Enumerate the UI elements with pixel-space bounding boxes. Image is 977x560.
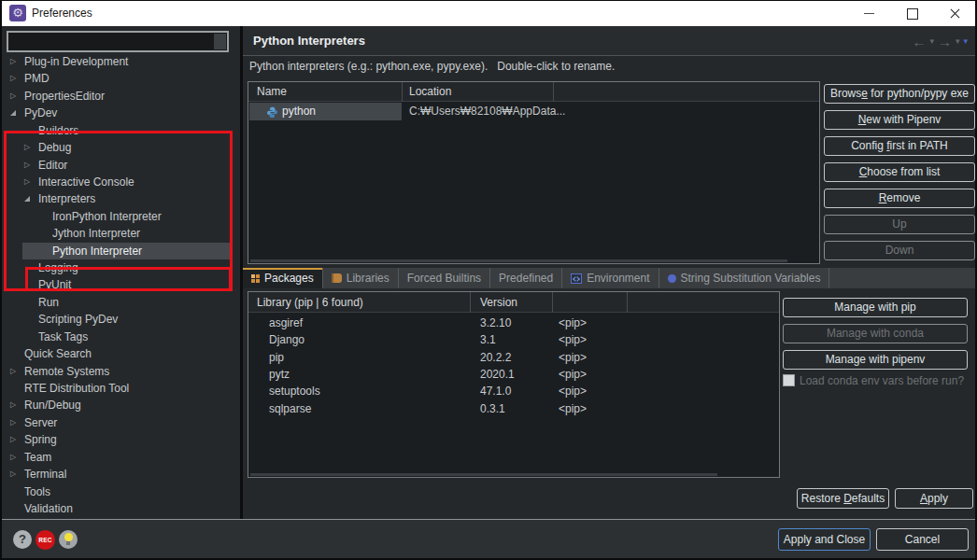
- tree-item-label: Task Tags: [38, 329, 88, 345]
- package-version: 47.1.0: [480, 383, 511, 399]
- package-row-pip[interactable]: pip20.2.2<pip>: [248, 349, 779, 366]
- column-divider[interactable]: [402, 82, 403, 102]
- expand-arrow-icon[interactable]: ▷: [7, 70, 19, 87]
- tab-predefined[interactable]: Predefined: [490, 268, 562, 288]
- expand-arrow-icon[interactable]: ▷: [7, 397, 19, 413]
- config-first-in-path-button[interactable]: Config first in PATH: [824, 136, 975, 156]
- button-label: Up: [892, 217, 906, 231]
- tree-item-server[interactable]: ▷Server: [2, 414, 240, 431]
- manage-with-pip-button[interactable]: Manage with pip: [783, 298, 968, 317]
- tree-item-interactive-console[interactable]: ▷Interactive Console: [2, 174, 240, 190]
- tree-item-builders[interactable]: Builders: [2, 122, 240, 139]
- tree-item-jython-interpreter[interactable]: Jython Interpreter: [2, 225, 240, 242]
- minimize-button[interactable]: [848, 1, 891, 26]
- tree-item-plug-in-development[interactable]: ▷Plug-in Development: [2, 53, 240, 70]
- tree-item-pmd[interactable]: ▷PMD: [2, 70, 240, 87]
- tree-item-debug[interactable]: ▷Debug: [2, 139, 240, 156]
- down-button[interactable]: Down: [824, 241, 975, 260]
- expand-arrow-icon[interactable]: ▷: [7, 363, 19, 380]
- apply-button[interactable]: Apply: [895, 488, 973, 509]
- manage-with-conda-button[interactable]: Manage with conda: [783, 324, 968, 343]
- column-header-version[interactable]: Version: [480, 292, 517, 313]
- package-row-setuptools[interactable]: setuptools47.1.0<pip>: [248, 383, 779, 399]
- button-mnemonic: N: [858, 113, 867, 126]
- tree-item-task-tags[interactable]: Task Tags: [2, 329, 240, 345]
- tab-libraries[interactable]: Libraries: [323, 268, 399, 288]
- tree-item-logging[interactable]: Logging: [2, 259, 240, 276]
- back-dropdown-icon[interactable]: ▾: [929, 36, 934, 46]
- package-version: 20.2.2: [480, 349, 511, 366]
- tree-item-scripting-pydev[interactable]: Scripting PyDev: [2, 311, 240, 328]
- expand-arrow-icon[interactable]: ▷: [7, 449, 19, 466]
- packages-table[interactable]: Library (pip | 6 found) Version asgiref3…: [248, 291, 780, 478]
- tab-string-substitution-variables[interactable]: String Substitution Variables: [659, 268, 830, 288]
- close-button[interactable]: [934, 1, 977, 26]
- tree-item-spring[interactable]: ▷Spring: [2, 431, 240, 448]
- browse-for-python-pypy-exe-button[interactable]: Browse for python/pypy exe: [824, 84, 975, 104]
- column-divider[interactable]: [552, 292, 553, 313]
- column-divider[interactable]: [553, 82, 554, 102]
- expand-arrow-icon[interactable]: ▷: [7, 431, 19, 448]
- rec-icon[interactable]: REC: [35, 530, 55, 550]
- package-row-django[interactable]: Django3.1<pip>: [248, 331, 779, 348]
- maximize-button[interactable]: [891, 1, 934, 26]
- tab-environment[interactable]: Environment: [562, 268, 658, 288]
- interpreter-row-python[interactable]: pythonC:₩Users₩82108₩AppData...: [248, 103, 819, 120]
- button-mnemonic: A: [920, 492, 927, 505]
- column-header-library[interactable]: Library (pip | 6 found): [257, 292, 363, 313]
- column-divider[interactable]: [470, 292, 471, 313]
- choose-from-list-button[interactable]: Choose from list: [824, 162, 975, 182]
- manage-with-pipenv-button[interactable]: Manage with pipenv: [783, 350, 968, 370]
- expand-arrow-icon[interactable]: ▷: [21, 174, 33, 190]
- expand-arrow-icon[interactable]: ▷: [21, 157, 33, 174]
- package-row-sqlparse[interactable]: sqlparse0.3.1<pip>: [248, 400, 779, 417]
- tree-item-pyunit[interactable]: PyUnit: [2, 276, 240, 293]
- expand-arrow-icon[interactable]: ▷: [7, 414, 19, 431]
- up-button[interactable]: Up: [824, 215, 975, 234]
- package-row-asgiref[interactable]: asgiref3.2.10<pip>: [248, 315, 779, 331]
- view-menu-icon[interactable]: ▾: [963, 36, 968, 46]
- restore-defaults-button[interactable]: Restore Defaults: [797, 488, 889, 509]
- tree-item-remote-systems[interactable]: ▷Remote Systems: [2, 363, 240, 380]
- column-header-location[interactable]: Location: [409, 82, 451, 102]
- tab-forced-builtins[interactable]: Forced Builtins: [399, 268, 490, 288]
- tree-item-python-interpreter[interactable]: Python Interpreter: [2, 243, 240, 259]
- tree-item-interpreters[interactable]: Interpreters: [2, 190, 240, 207]
- forward-dropdown-icon[interactable]: ▾: [956, 36, 960, 46]
- expand-arrow-icon[interactable]: ▷: [7, 466, 19, 483]
- conda-env-checkbox[interactable]: [783, 374, 795, 386]
- tree-item-propertieseditor[interactable]: ▷PropertiesEditor: [2, 88, 240, 105]
- tab-packages[interactable]: Packages: [243, 268, 323, 288]
- apply-and-close-button[interactable]: Apply and Close: [778, 528, 871, 551]
- horizontal-scrollbar[interactable]: [250, 473, 717, 476]
- expand-arrow-icon[interactable]: ▷: [21, 139, 33, 156]
- cancel-button[interactable]: Cancel: [876, 528, 969, 551]
- lightbulb-icon[interactable]: [59, 530, 78, 549]
- tree-item-quick-search[interactable]: Quick Search: [2, 345, 240, 362]
- forward-arrow-icon[interactable]: →: [938, 34, 952, 49]
- tree-item-tools[interactable]: Tools: [2, 483, 240, 500]
- tree-item-rte-distribution-tool[interactable]: RTE Distribution Tool: [2, 380, 240, 397]
- filter-input[interactable]: [7, 31, 229, 52]
- tree-item-team[interactable]: ▷Team: [2, 449, 240, 466]
- back-arrow-icon[interactable]: ←: [912, 34, 926, 49]
- interpreters-table[interactable]: Name Location pythonC:₩Users₩82108₩AppDa…: [248, 81, 820, 264]
- new-with-pipenv-button[interactable]: New with Pipenv: [824, 110, 975, 130]
- remove-button[interactable]: Remove: [824, 189, 975, 208]
- tree-item-run[interactable]: Run: [2, 294, 240, 311]
- tree-item-validation[interactable]: Validation: [2, 500, 240, 517]
- help-icon[interactable]: ?: [13, 530, 32, 549]
- collapse-arrow-icon[interactable]: [10, 110, 16, 116]
- column-divider[interactable]: [627, 292, 628, 313]
- tree-item-run-debug[interactable]: ▷Run/Debug: [2, 397, 240, 413]
- expand-arrow-icon[interactable]: ▷: [7, 88, 19, 105]
- tree-item-ironpython-interpreter[interactable]: IronPython Interpreter: [2, 208, 240, 225]
- horizontal-scrollbar[interactable]: [250, 259, 787, 262]
- package-row-pytz[interactable]: pytz2020.1<pip>: [248, 366, 779, 383]
- column-header-name[interactable]: Name: [257, 82, 287, 102]
- tree-item-pydev[interactable]: PyDev: [2, 105, 240, 121]
- tree-item-terminal[interactable]: ▷Terminal: [2, 466, 240, 483]
- expand-arrow-icon[interactable]: ▷: [7, 53, 19, 70]
- collapse-arrow-icon[interactable]: [24, 196, 30, 202]
- tree-item-editor[interactable]: ▷Editor: [2, 157, 240, 174]
